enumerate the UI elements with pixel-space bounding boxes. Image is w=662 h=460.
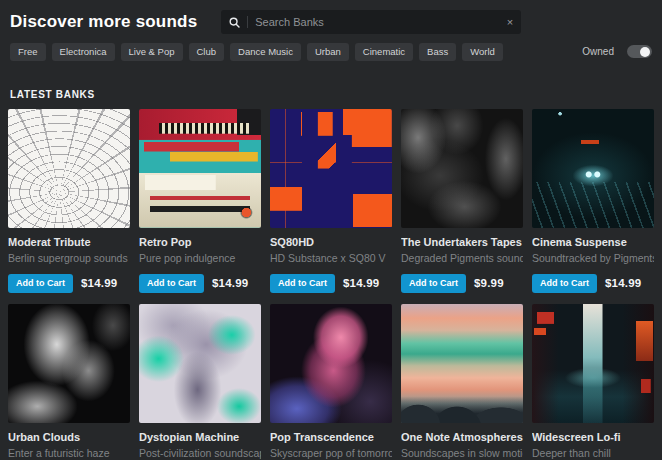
bank-subtitle: Berlin supergroup sounds [8,252,130,264]
page-title: Discover more sounds [10,12,197,32]
search-bar[interactable]: × [221,10,521,34]
filter-chip[interactable]: Cinematic [355,43,413,61]
add-to-cart-button[interactable]: Add to Cart [532,274,597,293]
bank-title: Pop Transcendence [270,431,392,443]
bank-artwork[interactable] [532,304,654,423]
bank-artwork[interactable] [139,109,261,228]
owned-toggle[interactable] [627,45,652,58]
bank-card: The Undertakers Tapes Degraded Pigments … [401,109,523,293]
bank-artwork[interactable] [139,304,261,423]
bank-card: Dystopian Machine Post-civilization soun… [139,304,261,460]
bank-artwork[interactable] [270,304,392,423]
bank-footer: Add to Cart $14.99 [139,274,261,293]
filter-chip[interactable]: Club [189,43,225,61]
bank-title: The Undertakers Tapes [401,236,523,248]
filter-chip[interactable]: Free [10,43,46,61]
bank-price: $14.99 [605,277,641,289]
bank-footer: Add to Cart $14.99 [532,274,654,293]
bank-card: SQ80HD HD Substance x SQ80 V Add to Cart… [270,109,392,293]
bank-footer: Add to Cart $14.99 [8,274,130,293]
add-to-cart-button[interactable]: Add to Cart [139,274,204,293]
bank-subtitle: Degraded Pigments sounds [401,252,523,264]
toggle-knob-icon [640,47,650,57]
search-input[interactable] [255,16,500,28]
add-to-cart-button[interactable]: Add to Cart [8,274,73,293]
bank-subtitle: Pure pop indulgence [139,252,261,264]
filter-chip[interactable]: Live & Pop [121,43,183,61]
bank-title: Dystopian Machine [139,431,261,443]
bank-footer: Add to Cart $14.99 [270,274,392,293]
bank-artwork[interactable] [270,109,392,228]
bank-artwork[interactable] [401,109,523,228]
bank-subtitle: Deeper than chill [532,447,654,459]
bank-title: Retro Pop [139,236,261,248]
sound-store-page: Discover more sounds × FreeElectronicaLi… [0,0,662,460]
filter-chip[interactable]: Bass [419,43,456,61]
bank-price: $14.99 [81,277,117,289]
search-clear-button[interactable]: × [507,17,513,28]
close-icon: × [507,16,513,28]
bank-card: Urban Clouds Enter a futuristic haze Add… [8,304,130,460]
bank-subtitle: Skyscraper pop of tomorrow [270,447,392,459]
filter-bar: FreeElectronicaLive & PopClubDance Music… [0,34,662,61]
bank-title: Urban Clouds [8,431,130,443]
bank-subtitle: Soundtracked by Pigments [532,252,654,264]
bank-title: One Note Atmospheres [401,431,523,443]
bank-card: Pop Transcendence Skyscraper pop of tomo… [270,304,392,460]
bank-artwork[interactable] [8,109,130,228]
bank-title: SQ80HD [270,236,392,248]
bank-card: Retro Pop Pure pop indulgence Add to Car… [139,109,261,293]
search-divider [247,16,248,28]
bank-price: $9.99 [474,277,504,289]
bank-grid: Moderat Tribute Berlin supergroup sounds… [0,109,662,460]
bank-card: Cinema Suspense Soundtracked by Pigments… [532,109,654,293]
filter-chip[interactable]: Urban [307,43,349,61]
bank-artwork[interactable] [8,304,130,423]
header: Discover more sounds × [0,0,662,34]
bank-subtitle: Soundscapes in slow motion [401,447,523,459]
bank-price: $14.99 [212,277,248,289]
bank-subtitle: Enter a futuristic haze [8,447,130,459]
bank-subtitle: Post-civilization soundscapes [139,447,261,459]
filter-chip[interactable]: Dance Music [230,43,301,61]
bank-card: Moderat Tribute Berlin supergroup sounds… [8,109,130,293]
bank-card: One Note Atmospheres Soundscapes in slow… [401,304,523,460]
owned-label: Owned [582,46,614,57]
add-to-cart-button[interactable]: Add to Cart [401,274,466,293]
bank-title: Moderat Tribute [8,236,130,248]
bank-title: Widescreen Lo-fi [532,431,654,443]
bank-subtitle: HD Substance x SQ80 V [270,252,392,264]
bank-title: Cinema Suspense [532,236,654,248]
search-icon [229,17,240,28]
bank-artwork[interactable] [401,304,523,423]
bank-footer: Add to Cart $9.99 [401,274,523,293]
bank-card: Widescreen Lo-fi Deeper than chill Add t… [532,304,654,460]
filter-chip[interactable]: World [462,43,503,61]
bank-artwork[interactable] [532,109,654,228]
filter-chip[interactable]: Electronica [52,43,115,61]
add-to-cart-button[interactable]: Add to Cart [270,274,335,293]
bank-price: $14.99 [343,277,379,289]
section-title: LATEST BANKS [0,61,662,109]
